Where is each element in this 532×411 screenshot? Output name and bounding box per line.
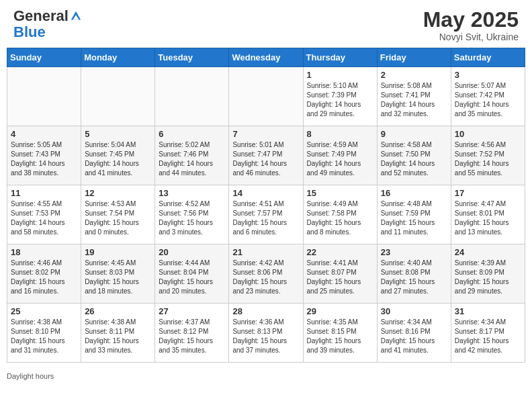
day-info: Sunrise: 4:55 AM Sunset: 7:53 PM Dayligh… (11, 199, 77, 237)
weekday-header-friday: Friday (377, 48, 451, 67)
calendar-cell: 25Sunrise: 4:38 AM Sunset: 8:10 PM Dayli… (7, 304, 81, 363)
day-number: 2 (381, 70, 447, 80)
day-info: Sunrise: 4:39 AM Sunset: 8:09 PM Dayligh… (455, 259, 521, 296)
calendar-week-1: 1Sunrise: 5:10 AM Sunset: 7:39 PM Daylig… (7, 67, 525, 126)
day-number: 29 (307, 306, 373, 316)
day-number: 20 (159, 247, 225, 257)
day-info: Sunrise: 5:07 AM Sunset: 7:42 PM Dayligh… (455, 81, 521, 119)
weekday-header-thursday: Thursday (303, 48, 377, 67)
calendar-cell: 22Sunrise: 4:41 AM Sunset: 8:07 PM Dayli… (303, 244, 377, 304)
day-number: 5 (85, 129, 151, 139)
day-info: Sunrise: 4:45 AM Sunset: 8:03 PM Dayligh… (85, 259, 151, 296)
day-number: 1 (307, 70, 373, 80)
calendar-cell: 26Sunrise: 4:38 AM Sunset: 8:11 PM Dayli… (81, 304, 155, 363)
page-header: General Blue May 2025 Novyi Svit, Ukrain… (0, 0, 532, 48)
calendar-header: SundayMondayTuesdayWednesdayThursdayFrid… (7, 48, 525, 67)
calendar-cell: 5Sunrise: 5:04 AM Sunset: 7:45 PM Daylig… (81, 126, 155, 185)
day-number: 16 (381, 188, 447, 198)
day-number: 27 (159, 306, 225, 316)
calendar-cell: 27Sunrise: 4:37 AM Sunset: 8:12 PM Dayli… (155, 304, 229, 363)
day-number: 17 (455, 188, 521, 198)
day-number: 14 (232, 188, 299, 198)
logo-blue-text: Blue (13, 24, 82, 40)
weekday-header-saturday: Saturday (451, 48, 525, 67)
calendar-footer: Daylight hours (0, 369, 532, 384)
weekday-header-monday: Monday (81, 48, 155, 67)
calendar-week-5: 25Sunrise: 4:38 AM Sunset: 8:10 PM Dayli… (7, 304, 525, 363)
calendar-week-4: 18Sunrise: 4:46 AM Sunset: 8:02 PM Dayli… (7, 244, 525, 304)
calendar-cell: 4Sunrise: 5:05 AM Sunset: 7:43 PM Daylig… (7, 126, 81, 185)
calendar-cell: 11Sunrise: 4:55 AM Sunset: 7:53 PM Dayli… (7, 185, 81, 244)
day-info: Sunrise: 5:10 AM Sunset: 7:39 PM Dayligh… (307, 81, 373, 119)
calendar-cell: 28Sunrise: 4:36 AM Sunset: 8:13 PM Dayli… (229, 304, 303, 363)
day-info: Sunrise: 4:52 AM Sunset: 7:56 PM Dayligh… (159, 199, 225, 237)
daylight-label: Daylight hours (7, 372, 54, 380)
day-info: Sunrise: 5:01 AM Sunset: 7:47 PM Dayligh… (232, 140, 299, 178)
day-info: Sunrise: 5:08 AM Sunset: 7:41 PM Dayligh… (381, 81, 447, 119)
day-number: 15 (307, 188, 373, 198)
day-info: Sunrise: 4:34 AM Sunset: 8:17 PM Dayligh… (455, 318, 521, 355)
calendar-cell: 30Sunrise: 4:34 AM Sunset: 8:16 PM Dayli… (377, 304, 451, 363)
title-block: May 2025 Novyi Svit, Ukraine (423, 8, 519, 42)
calendar-cell: 12Sunrise: 4:53 AM Sunset: 7:54 PM Dayli… (81, 185, 155, 244)
calendar-cell: 8Sunrise: 4:59 AM Sunset: 7:49 PM Daylig… (303, 126, 377, 185)
calendar-cell: 16Sunrise: 4:48 AM Sunset: 7:59 PM Dayli… (377, 185, 451, 244)
day-info: Sunrise: 5:02 AM Sunset: 7:46 PM Dayligh… (159, 140, 225, 178)
day-number: 13 (159, 188, 225, 198)
day-number: 25 (11, 306, 77, 316)
day-number: 28 (232, 306, 299, 316)
calendar-cell (81, 67, 155, 126)
calendar-cell: 20Sunrise: 4:44 AM Sunset: 8:04 PM Dayli… (155, 244, 229, 304)
day-number: 6 (159, 129, 225, 139)
calendar-cell: 21Sunrise: 4:42 AM Sunset: 8:06 PM Dayli… (229, 244, 303, 304)
calendar-table: SundayMondayTuesdayWednesdayThursdayFrid… (7, 48, 525, 363)
day-info: Sunrise: 4:37 AM Sunset: 8:12 PM Dayligh… (159, 318, 225, 355)
day-info: Sunrise: 4:47 AM Sunset: 8:01 PM Dayligh… (455, 199, 521, 237)
day-info: Sunrise: 4:58 AM Sunset: 7:50 PM Dayligh… (381, 140, 447, 178)
weekday-header-wednesday: Wednesday (229, 48, 303, 67)
logo-icon (70, 10, 82, 22)
calendar-cell: 2Sunrise: 5:08 AM Sunset: 7:41 PM Daylig… (377, 67, 451, 126)
day-number: 11 (11, 188, 77, 198)
day-number: 18 (11, 247, 77, 257)
day-info: Sunrise: 4:49 AM Sunset: 7:58 PM Dayligh… (307, 199, 373, 237)
calendar-week-2: 4Sunrise: 5:05 AM Sunset: 7:43 PM Daylig… (7, 126, 525, 185)
calendar-container: SundayMondayTuesdayWednesdayThursdayFrid… (0, 48, 532, 369)
day-info: Sunrise: 4:51 AM Sunset: 7:57 PM Dayligh… (232, 199, 299, 237)
day-number: 30 (381, 306, 447, 316)
day-info: Sunrise: 4:35 AM Sunset: 8:15 PM Dayligh… (307, 318, 373, 355)
calendar-cell: 24Sunrise: 4:39 AM Sunset: 8:09 PM Dayli… (451, 244, 525, 304)
day-number: 24 (455, 247, 521, 257)
day-number: 19 (85, 247, 151, 257)
day-info: Sunrise: 4:38 AM Sunset: 8:11 PM Dayligh… (85, 318, 151, 355)
day-info: Sunrise: 4:36 AM Sunset: 8:13 PM Dayligh… (232, 318, 299, 355)
day-info: Sunrise: 4:44 AM Sunset: 8:04 PM Dayligh… (159, 259, 225, 296)
calendar-cell: 18Sunrise: 4:46 AM Sunset: 8:02 PM Dayli… (7, 244, 81, 304)
day-info: Sunrise: 4:46 AM Sunset: 8:02 PM Dayligh… (11, 259, 77, 296)
day-info: Sunrise: 5:04 AM Sunset: 7:45 PM Dayligh… (85, 140, 151, 178)
calendar-cell: 7Sunrise: 5:01 AM Sunset: 7:47 PM Daylig… (229, 126, 303, 185)
day-number: 23 (381, 247, 447, 257)
day-info: Sunrise: 4:40 AM Sunset: 8:08 PM Dayligh… (381, 259, 447, 296)
calendar-cell: 14Sunrise: 4:51 AM Sunset: 7:57 PM Dayli… (229, 185, 303, 244)
calendar-cell: 1Sunrise: 5:10 AM Sunset: 7:39 PM Daylig… (303, 67, 377, 126)
calendar-cell: 31Sunrise: 4:34 AM Sunset: 8:17 PM Dayli… (451, 304, 525, 363)
logo: General Blue (13, 8, 82, 40)
day-info: Sunrise: 4:53 AM Sunset: 7:54 PM Dayligh… (85, 199, 151, 237)
day-number: 10 (455, 129, 521, 139)
calendar-cell: 29Sunrise: 4:35 AM Sunset: 8:15 PM Dayli… (303, 304, 377, 363)
day-number: 12 (85, 188, 151, 198)
day-number: 7 (232, 129, 299, 139)
day-info: Sunrise: 5:05 AM Sunset: 7:43 PM Dayligh… (11, 140, 77, 178)
month-title: May 2025 (423, 8, 519, 32)
weekday-row: SundayMondayTuesdayWednesdayThursdayFrid… (7, 48, 525, 67)
location-title: Novyi Svit, Ukraine (423, 32, 519, 42)
day-number: 21 (232, 247, 299, 257)
logo-general-text: General (13, 8, 69, 24)
calendar-cell: 15Sunrise: 4:49 AM Sunset: 7:58 PM Dayli… (303, 185, 377, 244)
calendar-cell: 17Sunrise: 4:47 AM Sunset: 8:01 PM Dayli… (451, 185, 525, 244)
day-number: 8 (307, 129, 373, 139)
calendar-cell: 19Sunrise: 4:45 AM Sunset: 8:03 PM Dayli… (81, 244, 155, 304)
calendar-cell: 6Sunrise: 5:02 AM Sunset: 7:46 PM Daylig… (155, 126, 229, 185)
day-info: Sunrise: 4:34 AM Sunset: 8:16 PM Dayligh… (381, 318, 447, 355)
